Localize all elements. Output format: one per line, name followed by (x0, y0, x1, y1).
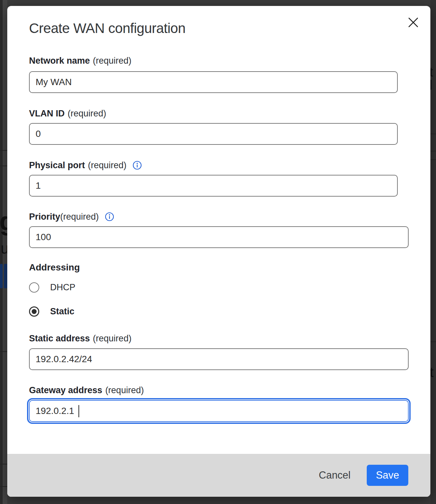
info-icon[interactable] (105, 212, 114, 221)
background-button-fragment (4, 264, 7, 288)
static-address-input[interactable] (29, 348, 409, 370)
background-text-fragment: t l (430, 65, 436, 92)
background-divider (0, 166, 7, 166)
required-indicator: (required) (60, 211, 99, 222)
priority-input[interactable] (29, 226, 409, 248)
info-icon[interactable] (133, 161, 142, 170)
physical-port-input[interactable] (29, 175, 398, 197)
gateway-address-field (29, 400, 409, 422)
label-text: Priority (29, 211, 60, 222)
label-text: Physical port (29, 160, 85, 171)
static-address-label: Static address (required) (29, 333, 132, 344)
gateway-address-label: Gateway address (required) (29, 385, 144, 395)
background-divider (430, 151, 436, 151)
gateway-address-input[interactable] (29, 400, 409, 422)
required-indicator: (required) (68, 108, 106, 119)
required-indicator: (required) (105, 385, 144, 395)
network-name-label: Network name (required) (29, 55, 132, 66)
label-text: Gateway address (29, 385, 102, 395)
text-caret (78, 405, 79, 417)
dialog-title: Create WAN configuration (29, 20, 185, 36)
close-button[interactable] (407, 16, 420, 29)
radio-label: DHCP (50, 282, 76, 293)
addressing-heading: Addressing (29, 262, 80, 273)
background-divider (430, 159, 436, 160)
radio-button-icon (29, 282, 39, 293)
background-divider (0, 150, 7, 151)
required-indicator: (required) (93, 55, 132, 66)
background-page-left: g u (0, 0, 7, 504)
radio-button-icon (29, 306, 39, 317)
required-indicator: (required) (93, 333, 132, 344)
network-name-input[interactable] (29, 71, 398, 93)
required-indicator: (required) (88, 160, 127, 171)
radio-option-dhcp[interactable]: DHCP (29, 282, 76, 293)
cancel-button[interactable]: Cancel (319, 469, 351, 481)
background-divider (430, 341, 436, 342)
label-text: Static address (29, 333, 90, 344)
background-page-right: t l t (430, 0, 436, 504)
background-text-fragment: t (430, 365, 434, 379)
radio-option-static[interactable]: Static (29, 306, 75, 317)
save-button[interactable]: Save (367, 465, 408, 486)
dialog-footer: Cancel Save (7, 454, 430, 497)
create-wan-dialog: Create WAN configuration Network name (r… (7, 6, 430, 497)
background-text-fragment: u (1, 241, 7, 256)
background-button-fragment (0, 264, 3, 288)
label-text: Network name (29, 55, 90, 66)
background-divider (0, 351, 7, 352)
background-divider (430, 134, 436, 134)
radio-label: Static (50, 306, 75, 317)
background-text-fragment: g (0, 208, 7, 234)
physical-port-label: Physical port (required) (29, 160, 142, 171)
background-divider (0, 486, 7, 487)
close-icon (408, 17, 419, 28)
vlan-id-label: VLAN ID (required) (29, 108, 106, 119)
background-divider (0, 464, 7, 464)
priority-label: Priority (required) (29, 211, 114, 222)
vlan-id-input[interactable] (29, 123, 398, 145)
label-text: VLAN ID (29, 108, 65, 119)
